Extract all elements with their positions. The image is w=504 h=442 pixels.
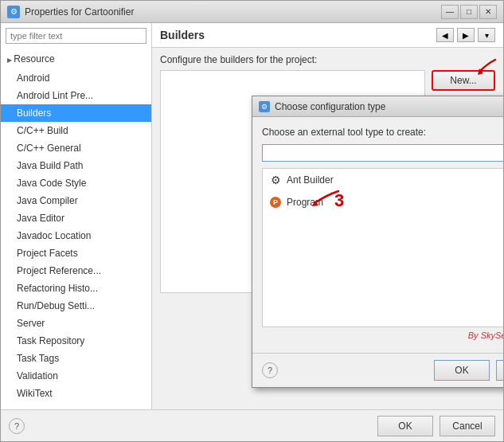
tree-item-wikitext[interactable]: WikiText (1, 385, 151, 402)
program-item[interactable]: P Program 3 (263, 191, 503, 213)
modal-body: Choose an external tool type to create: … (252, 117, 503, 353)
tree-item-builders[interactable]: Builders (1, 104, 151, 122)
right-panel-title: Builders (160, 29, 205, 41)
modal-help-icon[interactable]: ? (262, 362, 278, 378)
tree-item-run-debug[interactable]: Run/Debug Setti... (1, 297, 151, 315)
modal-ok-button[interactable]: OK (434, 360, 490, 381)
right-header: Builders ◀ ▶ ▾ (152, 23, 503, 48)
program-circle-icon: P (270, 197, 281, 208)
new-button-container: New... 2 (432, 70, 495, 91)
close-button[interactable]: ✕ (479, 5, 497, 19)
tree-item-javadoc[interactable]: Javadoc Location (1, 227, 151, 244)
modal-cancel-button[interactable]: Cancel (496, 360, 503, 381)
ant-builder-item[interactable]: ⚙ Ant Builder (263, 169, 503, 191)
modal-list: ⚙ Ant Builder P Program 3 (262, 168, 503, 327)
tree-item-project-ref[interactable]: Project Reference... (1, 262, 151, 280)
modal-filter-input[interactable] (262, 144, 503, 162)
tree-item-validation[interactable]: Validation (1, 367, 151, 385)
right-panel: Builders ◀ ▶ ▾ Configure the builders fo… (152, 23, 503, 409)
annotation-3: 3 (334, 193, 344, 209)
main-window: ⚙ Properties for Cartoonifier — □ ✕ Reso… (0, 0, 504, 442)
tree-item-resource[interactable]: Resource (1, 50, 151, 69)
bottom-right: OK Cancel (377, 416, 495, 436)
window-title: Properties for Cartoonifier (25, 6, 134, 18)
ant-icon: ⚙ (269, 174, 282, 186)
ok-button[interactable]: OK (377, 416, 433, 436)
help-icon[interactable]: ? (9, 418, 25, 434)
tree-item-java-editor[interactable]: Java Editor (1, 209, 151, 227)
watermark: By SkySeraph 2014 (262, 327, 503, 343)
dropdown-button[interactable]: ▾ (478, 28, 495, 42)
new-button[interactable]: New... (432, 70, 495, 91)
tree-item-android-lint[interactable]: Android Lint Pre... (1, 87, 151, 104)
right-body: Configure the builders for the project: … (152, 48, 503, 409)
title-bar-left: ⚙ Properties for Cartoonifier (7, 6, 134, 18)
configure-text: Configure the builders for the project: (160, 54, 495, 65)
tree-item-task-repo[interactable]: Task Repository (1, 332, 151, 350)
modal-footer: ? OK Cancel (252, 353, 503, 387)
forward-button[interactable]: ▶ (457, 28, 475, 42)
cancel-button[interactable]: Cancel (440, 416, 495, 436)
tree-item-refactoring[interactable]: Refactoring Histo... (1, 280, 151, 297)
minimize-button[interactable]: — (441, 5, 459, 19)
tree-item-project-facets[interactable]: Project Facets (1, 244, 151, 262)
title-bar-controls: — □ ✕ (441, 5, 497, 19)
modal-icon: ⚙ (259, 101, 270, 112)
modal-footer-right: OK Cancel (434, 360, 503, 381)
filter-input[interactable] (6, 28, 147, 44)
ant-builder-label: Ant Builder (287, 172, 334, 188)
modal-title-bar: ⚙ Choose configuration type — □ ✕ (252, 96, 503, 117)
main-title-bar: ⚙ Properties for Cartoonifier — □ ✕ (1, 1, 503, 23)
right-header-controls: ◀ ▶ ▾ (436, 28, 495, 42)
tree-item-cpp-build[interactable]: C/C++ Build (1, 122, 151, 139)
bottom-bar: ? OK Cancel (1, 409, 503, 441)
bottom-left: ? (9, 418, 25, 434)
back-button[interactable]: ◀ (436, 28, 454, 42)
main-content: Resource Android Android Lint Pre... Bui… (1, 23, 503, 409)
program-icon: P (269, 196, 282, 209)
tree-item-server[interactable]: Server (1, 315, 151, 332)
maximize-button[interactable]: □ (460, 5, 478, 19)
tree-item-android[interactable]: Android (1, 69, 151, 87)
window-icon: ⚙ (7, 6, 20, 18)
tree-item-java-build-path[interactable]: Java Build Path (1, 157, 151, 174)
program-label: Program (287, 194, 323, 210)
left-panel: Resource Android Android Lint Pre... Bui… (1, 23, 152, 409)
modal-description: Choose an external tool type to create: (262, 127, 503, 138)
modal-dialog: ⚙ Choose configuration type — □ ✕ Choose… (252, 96, 503, 388)
tree-item-java-code-style[interactable]: Java Code Style (1, 174, 151, 192)
tree-list: Resource Android Android Lint Pre... Bui… (1, 49, 151, 409)
tree-item-cpp-general[interactable]: C/C++ General (1, 139, 151, 157)
modal-title: Choose configuration type (275, 101, 385, 112)
modal-title-left: ⚙ Choose configuration type (259, 101, 385, 112)
tree-item-task-tags[interactable]: Task Tags (1, 350, 151, 367)
tree-item-java-compiler[interactable]: Java Compiler (1, 192, 151, 209)
